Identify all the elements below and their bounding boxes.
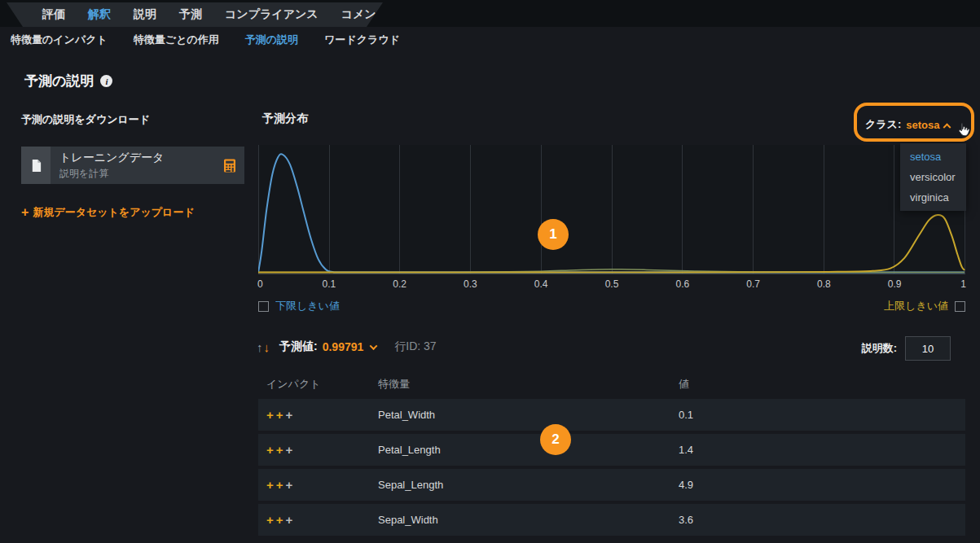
- upload-dataset-link[interactable]: + 新規データセットをアップロード: [21, 205, 244, 220]
- dropdown-option-versicolor[interactable]: versicolor: [900, 167, 966, 187]
- class-selector[interactable]: クラス: setosa: [865, 117, 950, 132]
- plus-icon: +: [21, 206, 29, 219]
- tab-understand[interactable]: 解釈: [88, 7, 111, 22]
- x-tick: 0.6: [675, 278, 689, 290]
- feature-cell: Sepal_Length: [378, 469, 443, 501]
- column-header-feature: 特徴量: [378, 377, 410, 392]
- row-id-label: 行ID:: [394, 339, 420, 353]
- chevron-down-icon[interactable]: [370, 342, 378, 350]
- training-data-item[interactable]: トレーニングデータ 説明を計算: [21, 147, 244, 184]
- plus-impact-icon: +: [276, 513, 286, 527]
- table-row[interactable]: +++ Petal_Width 0.1: [258, 399, 965, 431]
- plus-impact-icon: +: [286, 478, 296, 492]
- plus-impact-icon: +: [276, 408, 286, 422]
- impact-cell: +++: [266, 434, 295, 466]
- explanations-count-input[interactable]: 10: [905, 336, 951, 361]
- document-icon: [21, 147, 51, 184]
- plus-impact-icon: +: [276, 443, 286, 457]
- calculator-icon[interactable]: [223, 159, 236, 173]
- table-row[interactable]: +++ Petal_Length 1.4: [258, 434, 965, 466]
- upload-dataset-label: 新規データセットをアップロード: [33, 205, 194, 220]
- column-header-value: 値: [679, 377, 689, 392]
- feature-cell: Sepal_Width: [378, 504, 438, 536]
- info-icon[interactable]: i: [100, 75, 112, 87]
- value-cell: 4.9: [679, 469, 693, 501]
- dropdown-option-setosa[interactable]: setosa: [900, 147, 966, 167]
- tab-predict[interactable]: 予測: [179, 7, 202, 22]
- annotation-badge-2: 2: [540, 424, 571, 455]
- download-explanations-header: 予測の説明をダウンロード: [21, 112, 244, 127]
- x-tick: 0.2: [393, 278, 407, 290]
- plus-impact-icon: +: [286, 513, 296, 527]
- table-header: インパクト 特徴量 値: [258, 377, 965, 393]
- dataset-text: トレーニングデータ 説明を計算: [51, 151, 223, 181]
- tab-describe[interactable]: 説明: [134, 7, 156, 22]
- plus-impact-icon: +: [266, 408, 276, 422]
- prediction-value[interactable]: 0.99791: [323, 340, 364, 353]
- lower-threshold-label[interactable]: 下限しきい値: [275, 299, 340, 313]
- value-cell: 0.1: [679, 399, 693, 431]
- dataset-subtitle: 説明を計算: [59, 167, 223, 181]
- upper-threshold-control: 上限しきい値: [884, 299, 965, 313]
- plus-impact-icon: +: [286, 408, 296, 422]
- x-tick: 1: [960, 278, 966, 290]
- sort-descending-icon[interactable]: ↓: [264, 340, 270, 354]
- tab-prediction-explanations[interactable]: 予測の説明: [245, 33, 298, 47]
- class-dropdown-menu: setosa versicolor virginica: [900, 143, 966, 211]
- class-selector-label: クラス:: [865, 117, 901, 132]
- table-row[interactable]: +++ Sepal_Length 4.9: [258, 469, 965, 501]
- explanations-count-control: 説明数: 10: [862, 336, 951, 361]
- plus-impact-icon: +: [286, 443, 296, 457]
- mouse-cursor-icon: [956, 122, 970, 141]
- sub-nav-bar: 特徴量のインパクト 特徴量ごとの作用 予測の説明 ワードクラウド: [0, 27, 980, 53]
- chart-title: 予測分布: [262, 112, 308, 126]
- density-curve-setosa: [258, 154, 965, 273]
- impact-cell: +++: [266, 469, 295, 501]
- table-row[interactable]: +++ Sepal_Width 3.6: [258, 504, 965, 536]
- distribution-svg: [258, 145, 965, 274]
- prediction-explanations-page: 評価 解釈 説明 予測 コンプライアンス コメント 特徴量のインパクト 特徴量ご…: [0, 0, 980, 543]
- plus-impact-icon: +: [266, 478, 276, 492]
- row-id: 行ID: 37: [394, 339, 436, 354]
- tab-comments[interactable]: コメント: [341, 7, 388, 22]
- dropdown-option-virginica[interactable]: virginica: [900, 187, 966, 208]
- top-nav-bar: 評価 解釈 説明 予測 コンプライアンス コメント: [0, 0, 980, 27]
- prediction-bar: ↑ ↓ 予測値: 0.99791 行ID: 37: [257, 339, 437, 354]
- x-tick: 0.9: [888, 278, 902, 290]
- plus-impact-icon: +: [276, 478, 286, 492]
- x-tick: 0.3: [464, 278, 477, 290]
- column-header-impact: インパクト: [266, 377, 321, 392]
- x-tick: 0.8: [817, 278, 831, 290]
- tab-compliance[interactable]: コンプライアンス: [225, 7, 319, 22]
- x-tick: 0.5: [605, 278, 619, 290]
- chevron-up-icon[interactable]: [943, 123, 951, 131]
- x-tick: 0.4: [534, 278, 548, 290]
- plus-impact-icon: +: [266, 513, 276, 527]
- x-tick: 0.7: [746, 278, 760, 290]
- density-curve-virginica: [258, 215, 965, 273]
- upper-threshold-checkbox[interactable]: [955, 301, 965, 312]
- sort-ascending-icon[interactable]: ↑: [257, 340, 263, 354]
- class-selector-value[interactable]: setosa: [906, 119, 939, 131]
- lower-threshold-control: 下限しきい値: [258, 299, 340, 313]
- tab-word-cloud[interactable]: ワードクラウド: [324, 33, 400, 47]
- tab-evaluate[interactable]: 評価: [42, 7, 65, 22]
- annotation-badge-1: 1: [538, 219, 569, 250]
- row-id-value: 37: [424, 339, 437, 353]
- dataset-title: トレーニングデータ: [59, 151, 223, 165]
- lower-threshold-checkbox[interactable]: [258, 301, 269, 312]
- impact-cell: +++: [266, 504, 295, 536]
- value-cell: 3.6: [679, 504, 693, 536]
- explanations-count-label: 説明数:: [862, 341, 897, 356]
- x-tick: 0: [257, 278, 263, 290]
- value-cell: 1.4: [679, 434, 693, 466]
- prediction-distribution-chart: [258, 145, 965, 274]
- page-title-text: 予測の説明: [24, 72, 94, 90]
- tab-feature-effects[interactable]: 特徴量ごとの作用: [134, 33, 219, 47]
- upper-threshold-label[interactable]: 上限しきい値: [884, 299, 948, 313]
- x-axis-ticks: 0 0.1 0.2 0.3 0.4 0.5 0.6 0.7 0.8 0.9 1: [258, 278, 965, 290]
- tab-feature-impact[interactable]: 特徴量のインパクト: [11, 33, 108, 47]
- impact-cell: +++: [266, 399, 295, 431]
- feature-cell: Petal_Width: [378, 399, 435, 431]
- feature-cell: Petal_Length: [378, 434, 441, 466]
